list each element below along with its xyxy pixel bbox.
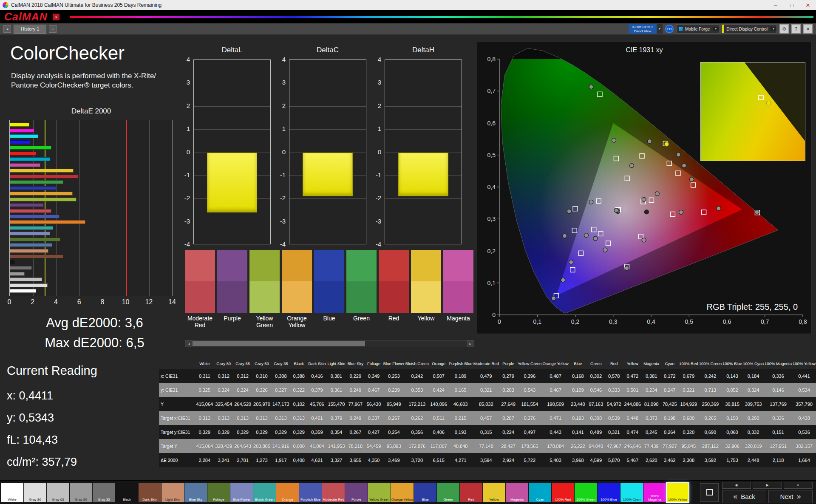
patch-swatch[interactable]: Magenta	[506, 483, 528, 502]
patch-swatch[interactable]: Black	[116, 483, 138, 502]
meter-select-button[interactable]: X-Rite i1Pro 2 Direct View ▾	[629, 24, 663, 34]
patch-swatch[interactable]: Foliage	[207, 483, 230, 502]
patch-swatch[interactable]: 100% Green	[575, 483, 597, 502]
axis-tick-label: 2	[31, 298, 34, 306]
table-row: Y415,064325,454264,520205,970147,1730,10…	[159, 397, 816, 411]
chevron-down-icon[interactable]: ▾	[771, 27, 776, 31]
logo-dropdown-icon[interactable]: ▾	[53, 14, 60, 20]
deltal-plot	[193, 59, 271, 244]
table-cell: 0,329	[233, 425, 252, 439]
patch-swatch[interactable]: Gray 50	[70, 483, 92, 502]
table-cell: 244,886	[623, 397, 642, 411]
patch-swatch[interactable]: 100% Cyan	[620, 483, 643, 502]
scrollbar-track[interactable]	[193, 340, 467, 347]
table-cell: 1,664	[792, 453, 816, 467]
patch-swatch[interactable]: 100% Magenta	[643, 483, 666, 502]
scrollbar-thumb[interactable]	[193, 341, 365, 346]
table-row: Target Y415,064328,439264,643203,805141,…	[159, 439, 816, 453]
table-cell: 2,620	[642, 453, 661, 467]
table-cell: 0,287	[499, 411, 517, 425]
axis-tick-label: 2	[177, 102, 190, 109]
patch-compare-swatch	[185, 250, 215, 313]
patch-swatch[interactable]: Gray 35	[93, 483, 115, 502]
close-workflow-icon[interactable]: ✕	[803, 24, 813, 34]
patch-swatch[interactable]: Cyan	[529, 483, 551, 502]
table-cell: 0,680	[679, 411, 699, 425]
back-button[interactable]: « Back	[722, 490, 766, 503]
strip-label: Red	[379, 315, 409, 322]
patch-compare-swatch	[346, 250, 377, 313]
patch-swatch[interactable]: 100% Yellow	[666, 483, 689, 502]
svg-text:0,4: 0,4	[647, 318, 655, 325]
table-cell: 2,781	[233, 453, 252, 467]
patch-swatch[interactable]: Red	[460, 483, 482, 502]
patch-swatch[interactable]: 100% Blue	[598, 483, 620, 502]
table-cell: 0,198	[661, 411, 679, 425]
patch-swatch[interactable]: Blue	[414, 483, 436, 502]
patch-swatch[interactable]: Bluish Green	[253, 483, 276, 502]
close-button[interactable]: ✕	[800, 0, 816, 10]
table-cell: 2,448	[742, 453, 764, 467]
patch-swatch-label: Magenta	[506, 498, 528, 501]
mini-controls: ◉ ▶ »	[722, 482, 813, 489]
axis-tick-label: 14	[168, 298, 176, 306]
column-header: Bluish Green	[405, 358, 429, 369]
chevron-down-icon[interactable]: ▾	[657, 24, 663, 34]
maximize-button[interactable]: □	[784, 0, 800, 10]
patch-swatch[interactable]: Purplish Blue	[299, 483, 322, 502]
minimize-button[interactable]: –	[768, 0, 784, 10]
patch-swatch[interactable]: Dark Skin	[139, 483, 161, 502]
patch-swatch[interactable]: White	[1, 483, 23, 502]
gear-icon[interactable]: ⚙	[779, 24, 789, 34]
table-cell: 77,439	[642, 439, 661, 453]
scroll-right-icon[interactable]: ▸	[467, 340, 474, 347]
patch-swatch[interactable]: Moderate Red	[322, 483, 345, 502]
table-cell: 77,148	[473, 439, 499, 453]
display-control-button[interactable]: Direct Display Control ▾	[722, 24, 777, 34]
table-cell: 181,554	[517, 397, 542, 411]
chevron-down-icon[interactable]: ▾	[713, 27, 719, 31]
patch-swatch[interactable]: Blue Sky	[184, 483, 207, 502]
tab-scroll-button[interactable]: ◂	[3, 25, 11, 33]
patch-swatch[interactable]: Yellow Green	[368, 483, 391, 502]
column-header: Gray 50	[252, 358, 272, 369]
deltae-bar	[10, 226, 53, 230]
strip-scrollbar[interactable]: ◂ ▸	[185, 340, 474, 347]
axis-tick-label: 4	[54, 298, 58, 306]
patch-swatch-label: Green	[437, 498, 459, 501]
table-cell: 0,253	[383, 369, 405, 383]
help-icon[interactable]: ?	[791, 24, 801, 34]
patch-swatch[interactable]: Purple	[345, 483, 368, 502]
patch-swatch[interactable]: Gray 80	[24, 483, 46, 502]
meter-count-badge: 219	[665, 25, 674, 33]
svg-text:0,4: 0,4	[487, 184, 496, 190]
patch-swatch[interactable]: Yellow	[483, 483, 505, 502]
svg-text:0,1: 0,1	[487, 280, 496, 286]
patch-swatch[interactable]: Gray 65	[47, 483, 69, 502]
row-label: x: CIE31	[159, 369, 195, 383]
svg-text:0,7: 0,7	[761, 318, 769, 325]
axis-tick-label: 3	[177, 79, 190, 86]
add-tab-button[interactable]: +	[49, 25, 57, 33]
table-cell: 0,302	[587, 369, 605, 383]
patch-swatch[interactable]: 100% Red	[552, 483, 574, 502]
source-select-button[interactable]: Mobile Forge ▾	[676, 24, 719, 34]
patch-swatch[interactable]: Light Skin	[162, 483, 184, 502]
play-icon[interactable]: ▶	[753, 482, 782, 489]
patch-swatch[interactable]: Orange Yellow	[391, 483, 414, 502]
nav-column: ◉ ▶ » « Back Next »	[722, 482, 813, 503]
tab-history-1[interactable]: History 1	[14, 25, 46, 34]
patch-swatch[interactable]: Green	[437, 483, 459, 502]
scroll-left-icon[interactable]: ◂	[185, 340, 193, 347]
stop-button[interactable]	[700, 483, 719, 502]
skip-icon[interactable]: »	[784, 482, 813, 489]
patch-swatch[interactable]: Blue Flower	[230, 483, 253, 502]
table-cell: 0,336	[764, 369, 792, 383]
table-cell: 0,325	[195, 383, 214, 397]
calman-logo[interactable]: CalMAN	[4, 11, 48, 23]
camera-icon[interactable]: ◉	[722, 482, 751, 489]
strip-label: Yellow	[411, 315, 441, 322]
patch-swatch[interactable]: Orange	[276, 483, 299, 502]
table-cell: 0,203	[499, 383, 517, 397]
next-button[interactable]: Next »	[768, 490, 813, 503]
